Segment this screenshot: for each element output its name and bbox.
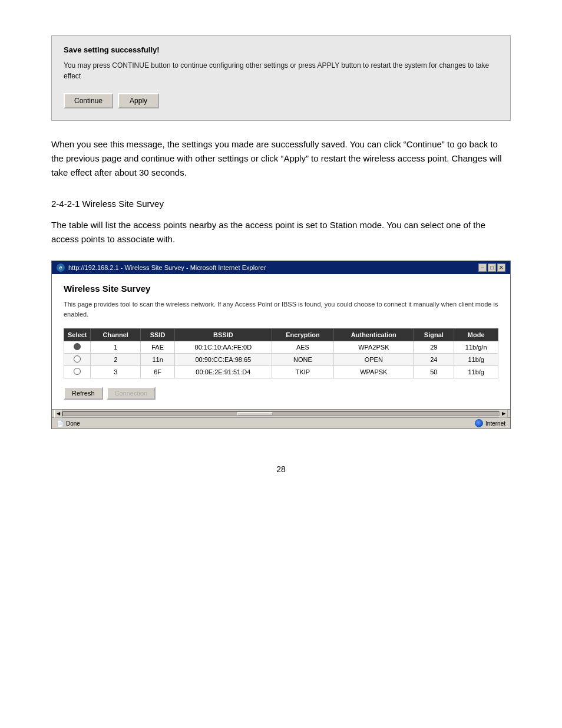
apply-button[interactable]: Apply xyxy=(118,93,159,108)
minimize-button[interactable]: – xyxy=(478,263,487,272)
page-content: Save setting successfully! You may press… xyxy=(51,35,511,474)
row-encryption-0: AES xyxy=(272,341,334,354)
row-authentication-2: WPAPSK xyxy=(334,366,414,378)
refresh-button[interactable]: Refresh xyxy=(64,387,103,400)
browser-action-buttons: Refresh Connection xyxy=(64,387,498,400)
ie-status-icon: 📄 xyxy=(57,420,64,427)
site-survey-description: The table will list the access points ne… xyxy=(51,218,511,246)
row-ssid-0: FAE xyxy=(141,341,175,354)
col-header-mode: Mode xyxy=(454,329,498,341)
row-channel-2: 3 xyxy=(91,366,141,378)
scrollbar-thumb[interactable] xyxy=(237,412,273,416)
browser-title-text: http://192.168.2.1 - Wireless Site Surve… xyxy=(68,264,266,271)
close-button[interactable]: ✕ xyxy=(497,263,505,272)
row-channel-1: 2 xyxy=(91,354,141,366)
row-select-1[interactable] xyxy=(64,354,91,366)
scroll-right-arrow[interactable]: ▶ xyxy=(500,410,508,418)
maximize-button[interactable]: □ xyxy=(488,263,496,272)
save-box-message: You may press CONTINUE button to continu… xyxy=(64,60,498,81)
table-row: 36F00:0E:2E:91:51:D4TKIPWPAPSK5011b/g xyxy=(64,366,498,378)
globe-icon xyxy=(475,419,483,427)
scrollbar-track xyxy=(62,411,500,416)
row-ssid-2: 6F xyxy=(141,366,175,378)
col-header-ssid: SSID xyxy=(141,329,175,341)
ie-icon: e xyxy=(57,263,65,272)
row-signal-2: 50 xyxy=(414,366,454,378)
col-header-encryption: Encryption xyxy=(272,329,334,341)
section-heading: 2-4-2-1 Wireless Site Survey xyxy=(51,199,511,209)
col-header-select: Select xyxy=(64,329,91,341)
row-encryption-2: TKIP xyxy=(272,366,334,378)
radio-button-1[interactable] xyxy=(74,355,81,363)
table-row: 211n00:90:CC:EA:98:65NONEOPEN2411b/g xyxy=(64,354,498,366)
continue-button[interactable]: Continue xyxy=(64,93,113,108)
connection-button[interactable]: Connection xyxy=(107,387,156,400)
row-authentication-1: OPEN xyxy=(334,354,414,366)
row-select-2[interactable] xyxy=(64,366,91,378)
browser-body: Wireless Site Survey This page provides … xyxy=(52,274,510,409)
col-header-bssid: BSSID xyxy=(175,329,272,341)
statusbar-right: Internet xyxy=(475,419,505,427)
browser-window: e http://192.168.2.1 - Wireless Site Sur… xyxy=(51,261,511,429)
col-header-signal: Signal xyxy=(414,329,454,341)
radio-button-2[interactable] xyxy=(74,368,81,375)
browser-titlebar-controls: – □ ✕ xyxy=(478,263,505,272)
zone-text: Internet xyxy=(485,420,505,427)
browser-page-desc: This page provides tool to scan the wire… xyxy=(64,299,498,319)
browser-statusbar: 📄 Done Internet xyxy=(52,417,510,429)
row-mode-0: 11b/g/n xyxy=(454,341,498,354)
row-encryption-1: NONE xyxy=(272,354,334,366)
row-authentication-0: WPA2PSK xyxy=(334,341,414,354)
row-mode-2: 11b/g xyxy=(454,366,498,378)
browser-page-title: Wireless Site Survey xyxy=(64,284,498,294)
col-header-channel: Channel xyxy=(91,329,141,341)
row-signal-1: 24 xyxy=(414,354,454,366)
col-header-authentication: Authentication xyxy=(334,329,414,341)
page-number: 28 xyxy=(51,465,511,474)
status-text: Done xyxy=(66,420,80,427)
save-setting-box: Save setting successfully! You may press… xyxy=(51,35,511,121)
row-signal-0: 29 xyxy=(414,341,454,354)
browser-scrollbar: ◀ ▶ xyxy=(52,409,510,417)
survey-table: Select Channel SSID BSSID Encryption Aut… xyxy=(64,328,498,378)
row-bssid-1: 00:90:CC:EA:98:65 xyxy=(175,354,272,366)
row-mode-1: 11b/g xyxy=(454,354,498,366)
row-bssid-2: 00:0E:2E:91:51:D4 xyxy=(175,366,272,378)
row-bssid-0: 00:1C:10:AA:FE:0D xyxy=(175,341,272,354)
radio-button-0[interactable] xyxy=(74,343,81,350)
row-channel-0: 1 xyxy=(91,341,141,354)
scroll-left-arrow[interactable]: ◀ xyxy=(54,410,62,418)
table-row: 1FAE00:1C:10:AA:FE:0DAESWPA2PSK2911b/g/n xyxy=(64,341,498,354)
row-ssid-1: 11n xyxy=(141,354,175,366)
row-select-0[interactable] xyxy=(64,341,91,354)
browser-titlebar-title: e http://192.168.2.1 - Wireless Site Sur… xyxy=(57,263,266,272)
description-text: When you see this message, the settings … xyxy=(51,137,511,180)
browser-titlebar: e http://192.168.2.1 - Wireless Site Sur… xyxy=(52,261,510,274)
save-box-title: Save setting successfully! xyxy=(64,45,498,54)
save-box-buttons: Continue Apply xyxy=(64,93,498,108)
statusbar-left: 📄 Done xyxy=(57,420,80,427)
